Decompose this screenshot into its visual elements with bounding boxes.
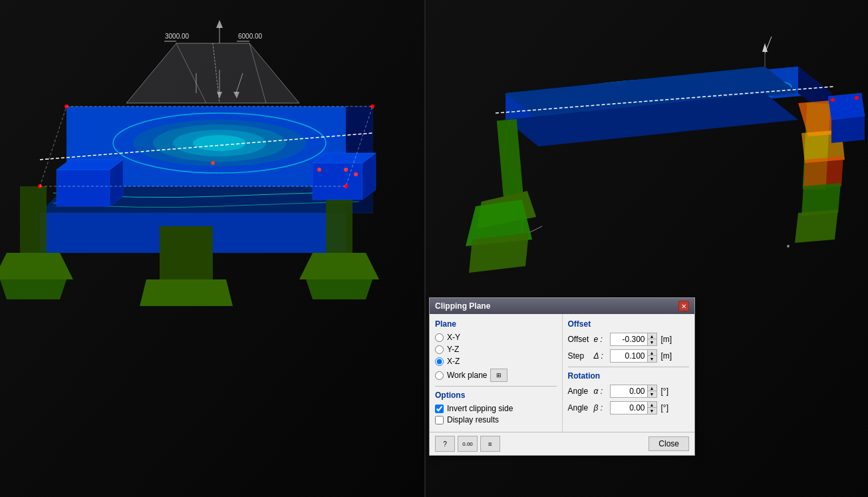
svg-point-25 bbox=[317, 168, 321, 172]
plane-xy-radio[interactable] bbox=[435, 333, 444, 342]
angle-beta-symbol: β : bbox=[594, 403, 607, 413]
step-unit: [m] bbox=[661, 351, 672, 361]
step-spin-down[interactable]: ▼ bbox=[647, 356, 656, 362]
footer-left-buttons: ? 0.00 ≡ bbox=[435, 436, 500, 452]
svg-marker-71 bbox=[795, 210, 838, 243]
work-plane-row: Work plane ⊞ bbox=[435, 369, 557, 382]
close-button[interactable]: Close bbox=[649, 436, 689, 451]
alpha-spin-up[interactable]: ▲ bbox=[647, 385, 656, 391]
invert-clipping-label: Invert clipping side bbox=[447, 404, 513, 413]
invert-clipping-option[interactable]: Invert clipping side bbox=[435, 404, 557, 413]
svg-marker-15 bbox=[299, 253, 379, 279]
angle-beta-spinbox[interactable]: ▲ ▼ bbox=[610, 401, 657, 414]
step-label: Step bbox=[568, 351, 591, 361]
angle-alpha-label: Angle bbox=[568, 387, 591, 396]
close-icon: ✕ bbox=[681, 303, 686, 310]
settings-icon: ≡ bbox=[488, 440, 492, 448]
offset-spin-up[interactable]: ▲ bbox=[647, 333, 656, 339]
svg-rect-11 bbox=[20, 186, 47, 253]
display-results-option[interactable]: Display results bbox=[435, 415, 557, 424]
plane-workplane-label: Work plane bbox=[447, 371, 487, 380]
dialog-titlebar: Clipping Plane ✕ bbox=[430, 298, 694, 314]
offset-unit: [m] bbox=[661, 335, 672, 344]
svg-marker-72 bbox=[828, 93, 865, 120]
plane-xz-option[interactable]: X-Z bbox=[435, 357, 557, 366]
plane-workplane-radio[interactable] bbox=[435, 371, 444, 380]
plane-xz-label: X-Z bbox=[447, 357, 460, 366]
angle-alpha-spinbox[interactable]: ▲ ▼ bbox=[610, 385, 657, 398]
plane-xz-radio[interactable] bbox=[435, 357, 444, 366]
plane-yz-radio[interactable] bbox=[435, 345, 444, 354]
offset-spinbox[interactable]: ▲ ▼ bbox=[610, 333, 657, 346]
step-input[interactable] bbox=[611, 351, 647, 361]
offset-label: Offset bbox=[568, 335, 591, 344]
work-plane-icon: ⊞ bbox=[496, 372, 502, 379]
svg-point-27 bbox=[354, 172, 358, 176]
options-divider bbox=[435, 386, 557, 387]
offset-spin-down[interactable]: ▼ bbox=[647, 339, 656, 345]
svg-marker-18 bbox=[140, 279, 233, 306]
clipping-plane-dialog: Clipping Plane ✕ Plane X-Y Y-Z X-Z bbox=[429, 297, 695, 456]
invert-clipping-checkbox[interactable] bbox=[435, 405, 444, 413]
svg-point-75 bbox=[855, 96, 859, 100]
step-spin-up[interactable]: ▲ bbox=[647, 350, 656, 356]
svg-point-74 bbox=[831, 98, 835, 102]
beta-spin-down[interactable]: ▼ bbox=[647, 408, 656, 414]
svg-marker-16 bbox=[306, 279, 372, 299]
plane-xy-label: X-Y bbox=[447, 333, 460, 342]
svg-rect-17 bbox=[160, 226, 213, 279]
svg-point-79 bbox=[787, 245, 790, 248]
svg-point-8 bbox=[193, 135, 246, 151]
settings-button[interactable]: ≡ bbox=[480, 436, 500, 452]
offset-symbol: e : bbox=[594, 335, 607, 344]
options-section-header: Options bbox=[435, 391, 557, 400]
beta-spin-buttons: ▲ ▼ bbox=[647, 402, 656, 414]
beta-spin-up[interactable]: ▲ bbox=[647, 402, 656, 408]
step-row: Step Δ : ▲ ▼ [m] bbox=[568, 349, 690, 363]
svg-text:3000.00: 3000.00 bbox=[165, 33, 190, 40]
reset-icon: 0.00 bbox=[462, 441, 473, 447]
help-button[interactable]: ? bbox=[435, 436, 455, 452]
display-results-label: Display results bbox=[447, 415, 499, 424]
step-symbol: Δ : bbox=[594, 351, 607, 361]
work-plane-button[interactable]: ⊞ bbox=[490, 369, 507, 382]
offset-section-header: Offset bbox=[568, 319, 690, 329]
svg-text:6000.00: 6000.00 bbox=[238, 33, 263, 40]
svg-marker-19 bbox=[57, 170, 110, 206]
display-results-checkbox[interactable] bbox=[435, 416, 444, 424]
angle-beta-label: Angle bbox=[568, 403, 591, 413]
svg-point-26 bbox=[344, 168, 348, 172]
step-spin-buttons: ▲ ▼ bbox=[647, 350, 656, 362]
plane-workplane-option[interactable]: Work plane bbox=[435, 371, 487, 380]
angle-beta-input[interactable] bbox=[611, 403, 647, 413]
dialog-title: Clipping Plane bbox=[435, 301, 490, 311]
dialog-footer: ? 0.00 ≡ Close bbox=[430, 432, 694, 455]
rotation-section: Rotation Angle α : ▲ ▼ [°] Angle bbox=[568, 371, 690, 414]
dialog-right-panel: Offset Offset e : ▲ ▼ [m] Step Δ : bbox=[563, 314, 695, 432]
plane-yz-option[interactable]: Y-Z bbox=[435, 345, 557, 354]
svg-marker-65 bbox=[469, 233, 529, 273]
rotation-section-header: Rotation bbox=[568, 371, 690, 381]
plane-radio-group: X-Y Y-Z X-Z Work plane ⊞ bbox=[435, 333, 557, 382]
help-icon: ? bbox=[443, 440, 447, 448]
rotation-divider bbox=[568, 367, 690, 367]
offset-input[interactable] bbox=[611, 334, 647, 345]
plane-section-header: Plane bbox=[435, 319, 557, 329]
angle-beta-unit: [°] bbox=[661, 403, 668, 413]
angle-beta-row: Angle β : ▲ ▼ [°] bbox=[568, 401, 690, 414]
offset-spin-buttons: ▲ ▼ bbox=[647, 333, 656, 345]
alpha-spin-buttons: ▲ ▼ bbox=[647, 385, 656, 397]
options-section: Options Invert clipping side Display res… bbox=[435, 391, 557, 424]
svg-point-47 bbox=[211, 161, 215, 165]
reset-button[interactable]: 0.00 bbox=[458, 436, 478, 452]
viewport-left[interactable]: 3000.00 6000.00 bbox=[0, 0, 426, 497]
alpha-spin-down[interactable]: ▼ bbox=[647, 391, 656, 397]
angle-alpha-input[interactable] bbox=[611, 386, 647, 397]
step-spinbox[interactable]: ▲ ▼ bbox=[610, 349, 657, 363]
angle-alpha-row: Angle α : ▲ ▼ [°] bbox=[568, 385, 690, 398]
plane-xy-option[interactable]: X-Y bbox=[435, 333, 557, 342]
angle-alpha-symbol: α : bbox=[594, 387, 607, 396]
offset-row: Offset e : ▲ ▼ [m] bbox=[568, 333, 690, 346]
dialog-close-button[interactable]: ✕ bbox=[678, 301, 689, 311]
svg-marker-73 bbox=[831, 116, 865, 143]
